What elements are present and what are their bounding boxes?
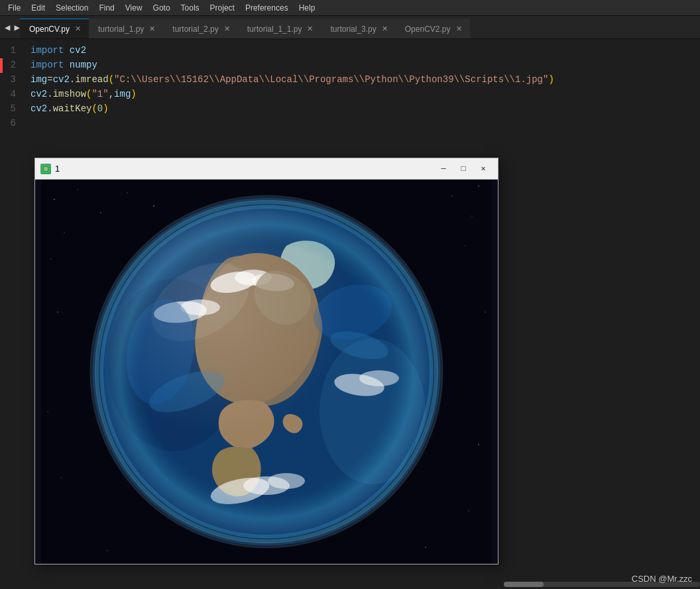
- float-title-text: 1: [55, 164, 434, 174]
- tab-opencv-close[interactable]: ✕: [74, 24, 82, 34]
- var-img: img: [30, 72, 47, 87]
- earth-svg: [41, 180, 492, 564]
- svg-point-8: [153, 205, 154, 207]
- svg-point-7: [127, 193, 128, 193]
- svg-rect-2: [44, 167, 48, 171]
- string-1: "1": [91, 87, 108, 101]
- svg-point-48: [99, 205, 434, 539]
- menu-help[interactable]: Help: [294, 2, 321, 14]
- keyword-import-1: import: [30, 43, 64, 58]
- module-cv2-4: cv2: [30, 101, 47, 116]
- module-cv2-3: cv2: [30, 87, 47, 101]
- tab-tutorial1-label: turtorial_1.py: [98, 25, 144, 34]
- svg-point-11: [478, 186, 479, 186]
- svg-point-13: [50, 258, 51, 259]
- menu-find[interactable]: Find: [93, 2, 119, 14]
- earth-display: [35, 180, 498, 564]
- svg-point-20: [468, 510, 469, 511]
- nav-left-icon[interactable]: ◀: [3, 21, 12, 34]
- tab-tutorial11-label: turtorial_1_1.py: [247, 25, 302, 34]
- tab-opencv-label: OpenCV.py: [29, 25, 70, 34]
- menu-goto[interactable]: Goto: [148, 2, 176, 14]
- error-indicator: [0, 58, 3, 73]
- maximize-button[interactable]: □: [454, 162, 473, 176]
- close-button[interactable]: ✕: [474, 162, 493, 176]
- code-line-1: import cv2: [24, 43, 700, 58]
- number-0: 0: [97, 101, 103, 116]
- svg-point-5: [78, 189, 78, 190]
- menu-file[interactable]: File: [3, 2, 26, 14]
- menu-tools[interactable]: Tools: [176, 2, 205, 14]
- menu-selection[interactable]: Selection: [50, 2, 93, 14]
- svg-point-22: [425, 547, 426, 547]
- bottom-scrollbar: [0, 580, 700, 589]
- tab-tutorial11-close[interactable]: ✕: [306, 24, 314, 34]
- module-cv2: cv2: [70, 43, 86, 58]
- svg-point-17: [48, 411, 48, 412]
- svg-point-14: [465, 246, 466, 246]
- tab-opencv2-close[interactable]: ✕: [455, 24, 463, 34]
- float-image-area: [35, 180, 498, 564]
- svg-point-10: [472, 216, 473, 217]
- svg-point-15: [57, 311, 58, 312]
- menu-preferences[interactable]: Preferences: [240, 2, 294, 14]
- code-line-6: [24, 116, 700, 131]
- svg-point-19: [61, 478, 62, 478]
- svg-point-18: [478, 444, 479, 445]
- menu-view[interactable]: View: [120, 2, 148, 14]
- tab-bar: ◀ ▶ OpenCV.py ✕ turtorial_1.py ✕ turtori…: [0, 16, 700, 39]
- tab-tutorial3-label: turtorial_3.py: [330, 25, 376, 34]
- keyword-import-2: import: [30, 58, 64, 72]
- svg-point-9: [451, 195, 452, 196]
- float-window: 1 — □ ✕: [34, 158, 498, 564]
- code-line-5: cv2 . waitKey ( 0 ): [24, 101, 700, 116]
- line-numbers: 1 2 3 4 5 6: [0, 39, 24, 589]
- code-line-3: img = cv2 . imread ( "C:\\Users\\15162\\…: [24, 72, 700, 87]
- tab-tutorial2-label: turtorial_2.py: [172, 25, 218, 34]
- func-imread: imread: [75, 72, 108, 87]
- scrollbar-thumb[interactable]: [504, 582, 544, 587]
- float-controls: — □ ✕: [434, 162, 493, 176]
- tab-opencv2[interactable]: OpenCV2.py ✕: [396, 19, 470, 38]
- minimize-button[interactable]: —: [434, 162, 453, 176]
- string-path: "C:\\Users\\15162\\AppData\\Local\\Progr…: [114, 72, 548, 87]
- tab-tutorial2-close[interactable]: ✕: [223, 24, 231, 34]
- var-img-2: img: [114, 87, 131, 101]
- watermark: CSDN @Mr.zzc: [632, 574, 692, 584]
- tab-tutorial1[interactable]: turtorial_1.py ✕: [89, 19, 163, 38]
- tab-tutorial3[interactable]: turtorial_3.py ✕: [321, 19, 395, 38]
- menu-project[interactable]: Project: [205, 2, 240, 14]
- svg-point-12: [64, 233, 65, 233]
- svg-point-16: [485, 311, 485, 312]
- func-waitkey: waitKey: [53, 101, 92, 116]
- tab-tutorial3-close[interactable]: ✕: [380, 24, 389, 34]
- tab-opencv2-label: OpenCV2.py: [405, 25, 451, 34]
- svg-point-6: [100, 212, 101, 213]
- menu-bar: File Edit Selection Find View Goto Tools…: [0, 0, 700, 16]
- float-window-icon: [40, 164, 51, 174]
- module-cv2-2: cv2: [53, 72, 70, 87]
- svg-point-4: [54, 199, 55, 200]
- menu-edit[interactable]: Edit: [26, 2, 50, 14]
- code-line-4: cv2 . imshow ( "1" , img ): [24, 87, 700, 101]
- tab-tutorial1-close[interactable]: ✕: [148, 24, 156, 34]
- tab-tutorial2[interactable]: turtorial_2.py ✕: [163, 19, 237, 38]
- module-numpy: numpy: [70, 58, 97, 72]
- tab-opencv[interactable]: OpenCV.py ✕: [20, 19, 89, 38]
- svg-point-21: [107, 551, 108, 551]
- float-titlebar: 1 — □ ✕: [35, 158, 498, 180]
- tab-tutorial11[interactable]: turtorial_1_1.py ✕: [238, 19, 321, 38]
- code-line-2: import numpy: [24, 58, 700, 72]
- func-imshow: imshow: [53, 87, 86, 101]
